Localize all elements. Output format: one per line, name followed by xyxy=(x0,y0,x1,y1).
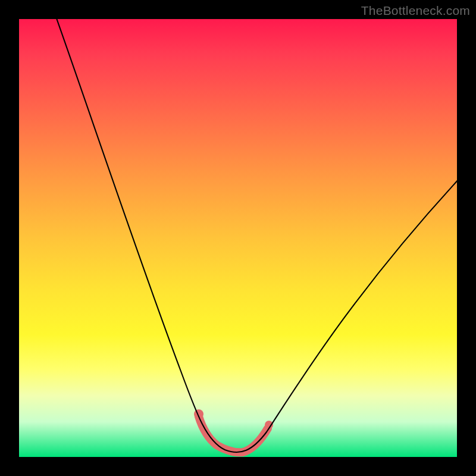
chart-stage: TheBottleneck.com xyxy=(0,0,476,476)
plot-area xyxy=(19,19,457,457)
watermark-text: TheBottleneck.com xyxy=(361,4,470,18)
bottleneck-curve xyxy=(56,19,457,452)
curve-layer xyxy=(19,19,457,457)
